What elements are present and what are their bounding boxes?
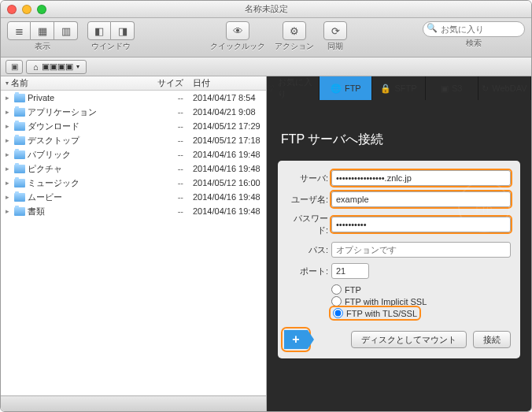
password-input[interactable]	[331, 217, 511, 232]
tab-ftp[interactable]: 🌐FTP	[320, 76, 372, 100]
column-size-header[interactable]: サイズ	[142, 76, 188, 90]
file-row[interactable]: ▸Private--2014/04/17 8:54	[1, 91, 266, 105]
quicklook-group: 👁 クイックルック	[210, 21, 265, 52]
file-date: 2014/05/12 16:00	[188, 178, 266, 187]
server-input[interactable]	[331, 170, 511, 186]
file-row[interactable]: ▸パブリック--2014/04/16 19:48	[1, 147, 266, 161]
path-input[interactable]	[331, 242, 511, 258]
connect-button[interactable]: 接続	[473, 331, 511, 348]
file-date: 2014/04/17 8:54	[188, 93, 266, 102]
view-icon-button[interactable]: ▦	[31, 21, 54, 40]
file-row[interactable]: ▸アプリケーション--2014/04/21 9:08	[1, 105, 266, 119]
username-input[interactable]	[331, 191, 511, 207]
action-group: ⚙ アクション	[275, 21, 314, 52]
file-date: 2014/05/12 17:29	[188, 121, 266, 131]
file-row[interactable]: ▸デスクトップ--2014/05/12 17:18	[1, 133, 266, 147]
sync-label: 同期	[327, 41, 343, 52]
disclosure-triangle-icon[interactable]: ▸	[6, 122, 12, 130]
folder-icon	[14, 136, 25, 145]
disclosure-triangle-icon[interactable]: ▸	[6, 94, 12, 102]
file-size: --	[142, 164, 188, 173]
file-row[interactable]: ▸ムービー--2014/04/16 19:48	[1, 190, 266, 204]
quicklook-label: クイックルック	[210, 41, 265, 52]
column-name-header[interactable]: ▾名前	[1, 76, 142, 90]
search-group: 検索	[423, 21, 525, 49]
disclosure-triangle-icon[interactable]: ▸	[6, 136, 12, 144]
port-label: ポート:	[284, 265, 328, 277]
file-row[interactable]: ▸ミュージック--2014/05/12 16:00	[1, 176, 266, 190]
connection-form: サーバ: ユーザ名: パスワード: パス:	[278, 161, 520, 358]
search-label: 検索	[466, 38, 482, 49]
toolbar: ≣ ▦ ▥ 表示 ◧ ◨ ウインドウ 👁 クイックルック ⚙ アクション ⟳ 同…	[1, 18, 531, 58]
action-label: アクション	[275, 41, 314, 52]
path-label: パス:	[284, 244, 328, 256]
minimize-window-button[interactable]	[22, 5, 31, 14]
folder-icon	[14, 179, 25, 187]
titlebar: 名称未設定	[1, 1, 531, 18]
file-date: 2014/04/16 19:48	[188, 164, 266, 173]
radio-ftp-tls-ssl[interactable]: FTP with TLS/SSL	[331, 308, 419, 318]
disclosure-triangle-icon[interactable]: ▸	[6, 150, 12, 158]
view-list-button[interactable]: ≣	[7, 21, 31, 40]
radio-ftp-implicit-ssl[interactable]: FTP with Implicit SSL	[331, 296, 511, 306]
statusbar	[1, 395, 266, 411]
view-column-button[interactable]: ▥	[54, 21, 78, 40]
window-right-button[interactable]: ◨	[111, 21, 135, 40]
radio-ftp[interactable]: FTP	[331, 284, 511, 295]
list-header: ▾名前 サイズ 日付	[1, 76, 266, 91]
file-name: ミュージック	[28, 177, 79, 189]
connection-heading: FTP サーバへ接続	[281, 132, 520, 148]
file-row[interactable]: ▸ダウンロード--2014/05/12 17:29	[1, 119, 266, 133]
disclosure-triangle-icon[interactable]: ▸	[6, 207, 12, 215]
home-icon: ⌂	[33, 62, 39, 72]
folder-icon	[14, 122, 25, 131]
disclosure-triangle-icon[interactable]: ▸	[6, 108, 12, 116]
file-date: 2014/04/16 19:48	[188, 206, 266, 216]
refresh-icon: ↻	[482, 84, 489, 94]
quicklook-button[interactable]: 👁	[226, 21, 249, 40]
path-home-segment[interactable]: ⌂ ▣▣▣▣ ▾	[26, 60, 87, 74]
file-name: 書類	[28, 206, 45, 217]
folder-icon	[14, 94, 25, 102]
encryption-radios: FTP FTP with Implicit SSL FTP with TLS/S…	[331, 284, 511, 318]
folder-icon	[14, 207, 25, 216]
folder-icon	[14, 150, 25, 159]
close-window-button[interactable]	[7, 5, 17, 14]
tab-webdav[interactable]: ↻WebDAV	[478, 76, 531, 100]
path-home-label: ▣▣▣▣	[42, 61, 73, 72]
disclosure-triangle-icon[interactable]: ▸	[6, 193, 12, 201]
tab-s3[interactable]: ▣S3	[426, 76, 478, 100]
file-size: --	[142, 192, 188, 202]
sync-button[interactable]: ⟳	[323, 21, 347, 40]
folder-icon	[14, 193, 25, 202]
new-folder-button[interactable]: ▣	[6, 60, 23, 74]
favorites-search-input[interactable]	[423, 21, 525, 37]
connection-pane: ♡お気に入り 🌐FTP 🔒SFTP ▣S3 ↻WebDAV FTP FTP サー…	[267, 76, 531, 411]
file-date: 2014/04/21 9:08	[188, 107, 266, 117]
file-size: --	[142, 121, 188, 131]
port-input[interactable]	[331, 263, 369, 279]
app-window: 名称未設定 ≣ ▦ ▥ 表示 ◧ ◨ ウインドウ 👁 クイックルック ⚙ アクシ…	[0, 0, 532, 412]
window-group: ◧ ◨ ウインドウ	[87, 21, 135, 52]
cube-icon: ▣	[441, 84, 449, 94]
add-favorite-button[interactable]: +	[284, 330, 308, 349]
server-label: サーバ:	[284, 173, 328, 184]
lock-icon: 🔒	[380, 84, 391, 94]
disclosure-triangle-icon[interactable]: ▸	[6, 165, 12, 173]
zoom-window-button[interactable]	[37, 5, 46, 14]
file-row[interactable]: ▸ピクチャ--2014/04/16 19:48	[1, 161, 266, 176]
action-button[interactable]: ⚙	[283, 21, 306, 40]
username-label: ユーザ名:	[284, 194, 328, 206]
column-date-header[interactable]: 日付	[188, 76, 266, 90]
file-size: --	[142, 206, 188, 216]
password-label: パスワード:	[284, 213, 328, 236]
window-left-button[interactable]: ◧	[87, 21, 111, 40]
tab-favorites[interactable]: ♡お気に入り	[267, 76, 320, 100]
mount-as-disk-button[interactable]: ディスクとしてマウント	[351, 331, 467, 348]
disclosure-triangle-icon[interactable]: ▸	[6, 179, 12, 187]
file-row[interactable]: ▸書類--2014/04/16 19:48	[1, 204, 266, 218]
tab-sftp[interactable]: 🔒SFTP	[372, 76, 425, 100]
file-list[interactable]: ▸Private--2014/04/17 8:54▸アプリケーション--2014…	[1, 91, 266, 395]
file-name: ダウンロード	[28, 121, 79, 132]
file-size: --	[142, 178, 188, 187]
